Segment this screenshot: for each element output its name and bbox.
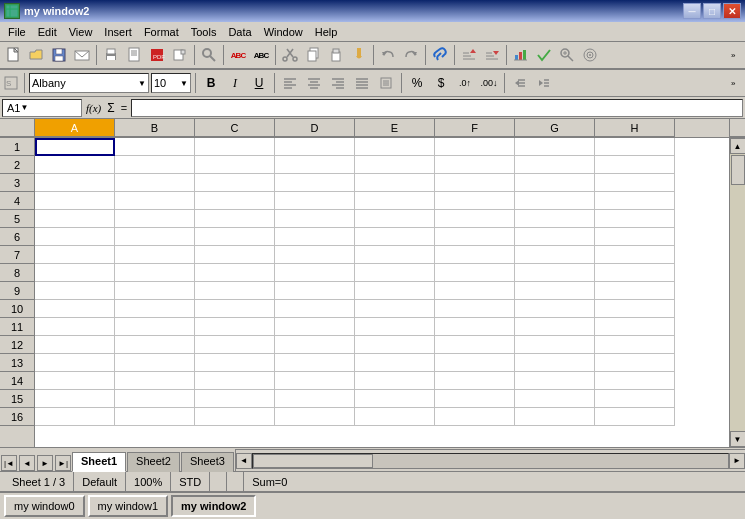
menu-format[interactable]: Format: [138, 24, 185, 40]
row-header-10[interactable]: 10: [0, 300, 34, 318]
cell-F4[interactable]: [435, 192, 515, 210]
cell-C7[interactable]: [195, 246, 275, 264]
cell-E8[interactable]: [355, 264, 435, 282]
menu-tools[interactable]: Tools: [185, 24, 223, 40]
cut-button[interactable]: [279, 44, 301, 66]
cell-D16[interactable]: [275, 408, 355, 426]
cell-D4[interactable]: [275, 192, 355, 210]
cell-D2[interactable]: [275, 156, 355, 174]
sort-desc-button[interactable]: [481, 44, 503, 66]
italic-button[interactable]: I: [224, 72, 246, 94]
col-header-D[interactable]: D: [275, 119, 355, 137]
cell-G16[interactable]: [515, 408, 595, 426]
close-button[interactable]: ✕: [723, 3, 741, 19]
cell-E7[interactable]: [355, 246, 435, 264]
cell-B12[interactable]: [115, 336, 195, 354]
cell-E14[interactable]: [355, 372, 435, 390]
cell-B14[interactable]: [115, 372, 195, 390]
sort-asc-button[interactable]: [458, 44, 480, 66]
cell-ref-box[interactable]: A1 ▼: [2, 99, 82, 117]
cell-C10[interactable]: [195, 300, 275, 318]
cell-F9[interactable]: [435, 282, 515, 300]
cell-F16[interactable]: [435, 408, 515, 426]
cell-B13[interactable]: [115, 354, 195, 372]
cell-E4[interactable]: [355, 192, 435, 210]
undo-button[interactable]: [377, 44, 399, 66]
row-header-12[interactable]: 12: [0, 336, 34, 354]
sheet-tab-1[interactable]: Sheet1: [72, 452, 126, 472]
cell-G8[interactable]: [515, 264, 595, 282]
decimal-dec-button[interactable]: .00↓: [478, 72, 500, 94]
row-header-6[interactable]: 6: [0, 228, 34, 246]
cell-A5[interactable]: [35, 210, 115, 228]
cell-F11[interactable]: [435, 318, 515, 336]
cell-B11[interactable]: [115, 318, 195, 336]
pdf-button[interactable]: PDF: [146, 44, 168, 66]
cell-B7[interactable]: [115, 246, 195, 264]
cell-C15[interactable]: [195, 390, 275, 408]
col-header-F[interactable]: F: [435, 119, 515, 137]
cell-D1[interactable]: [275, 138, 355, 156]
taskbar-window1[interactable]: my window1: [88, 495, 169, 517]
cell-B9[interactable]: [115, 282, 195, 300]
cell-E15[interactable]: [355, 390, 435, 408]
cell-G9[interactable]: [515, 282, 595, 300]
open-button[interactable]: [25, 44, 47, 66]
cell-C16[interactable]: [195, 408, 275, 426]
justify-button[interactable]: [351, 72, 373, 94]
cell-C1[interactable]: [195, 138, 275, 156]
formula-input[interactable]: [131, 99, 743, 117]
cell-F13[interactable]: [435, 354, 515, 372]
cell-H11[interactable]: [595, 318, 675, 336]
cell-A6[interactable]: [35, 228, 115, 246]
h-scroll-thumb[interactable]: [253, 454, 373, 468]
cell-H1[interactable]: [595, 138, 675, 156]
cell-H7[interactable]: [595, 246, 675, 264]
cell-H16[interactable]: [595, 408, 675, 426]
email-button[interactable]: [71, 44, 93, 66]
chart-button[interactable]: [510, 44, 532, 66]
cell-B1[interactable]: [115, 138, 195, 156]
cell-A16[interactable]: [35, 408, 115, 426]
cell-D14[interactable]: [275, 372, 355, 390]
cell-E16[interactable]: [355, 408, 435, 426]
cell-H8[interactable]: [595, 264, 675, 282]
taskbar-window2[interactable]: my window2: [171, 495, 256, 517]
col-header-B[interactable]: B: [115, 119, 195, 137]
cell-B5[interactable]: [115, 210, 195, 228]
maximize-button[interactable]: □: [703, 3, 721, 19]
spell1-button[interactable]: ABC: [227, 44, 249, 66]
minimize-button[interactable]: ─: [683, 3, 701, 19]
doc-edit-button[interactable]: [169, 44, 191, 66]
cell-G7[interactable]: [515, 246, 595, 264]
col-header-C[interactable]: C: [195, 119, 275, 137]
toolbar2-more[interactable]: »: [731, 79, 743, 88]
cell-C2[interactable]: [195, 156, 275, 174]
cell-H2[interactable]: [595, 156, 675, 174]
cell-B16[interactable]: [115, 408, 195, 426]
underline-button[interactable]: U: [248, 72, 270, 94]
cell-E13[interactable]: [355, 354, 435, 372]
cell-B10[interactable]: [115, 300, 195, 318]
paste-button[interactable]: [325, 44, 347, 66]
row-header-15[interactable]: 15: [0, 390, 34, 408]
cell-B15[interactable]: [115, 390, 195, 408]
cell-F12[interactable]: [435, 336, 515, 354]
cell-D11[interactable]: [275, 318, 355, 336]
sheet-tab-2[interactable]: Sheet2: [127, 452, 180, 472]
cell-D6[interactable]: [275, 228, 355, 246]
cell-F7[interactable]: [435, 246, 515, 264]
cell-C9[interactable]: [195, 282, 275, 300]
menu-data[interactable]: Data: [222, 24, 257, 40]
tab-next-button[interactable]: ►: [37, 455, 53, 471]
cell-B4[interactable]: [115, 192, 195, 210]
cell-G10[interactable]: [515, 300, 595, 318]
row-header-5[interactable]: 5: [0, 210, 34, 228]
menu-file[interactable]: File: [2, 24, 32, 40]
indent-dec-button[interactable]: [509, 72, 531, 94]
cell-H3[interactable]: [595, 174, 675, 192]
cell-A2[interactable]: [35, 156, 115, 174]
align-block-button[interactable]: [375, 72, 397, 94]
cell-G5[interactable]: [515, 210, 595, 228]
cell-D15[interactable]: [275, 390, 355, 408]
